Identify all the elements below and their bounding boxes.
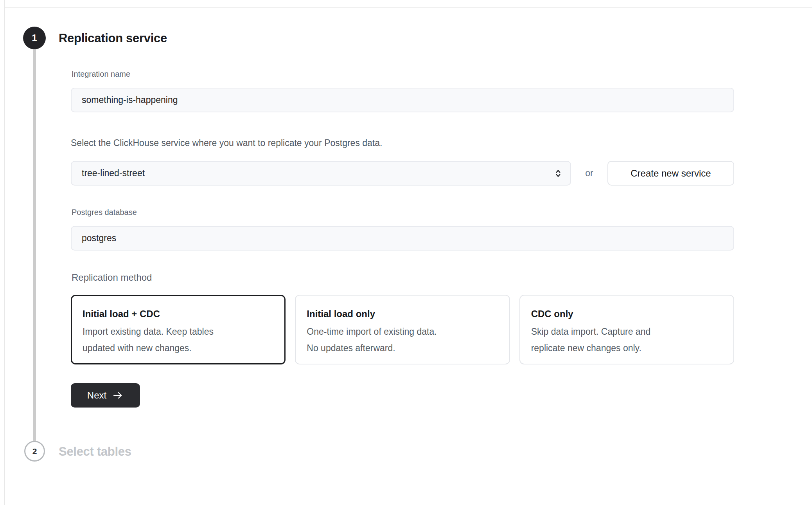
create-new-service-button[interactable]: Create new service (607, 161, 734, 186)
clickhouse-service-select[interactable]: tree-lined-street (71, 161, 571, 186)
step-connector-line (33, 49, 36, 441)
method-card-description: Import existing data. Keep tables update… (83, 323, 275, 356)
or-separator-label: or (571, 161, 607, 186)
next-button-label: Next (87, 390, 106, 401)
method-card-description: One-time import of existing data. No upd… (307, 323, 499, 356)
method-card-description-line: One-time import of existing data. (307, 323, 499, 340)
page-left-border (4, 0, 5, 505)
method-card-description-line: replicate new changes only. (531, 340, 723, 356)
service-help-text: Select the ClickHouse service where you … (71, 137, 382, 149)
replication-method-label: Replication method (72, 272, 152, 283)
method-card-initial-load-cdc[interactable]: Initial load + CDC Import existing data.… (71, 295, 286, 364)
clickhouse-service-select-value: tree-lined-street (82, 168, 145, 179)
method-card-description-line: Skip data import. Capture and (531, 323, 723, 340)
step-1-title: Replication service (59, 31, 167, 45)
method-card-title: CDC only (531, 308, 723, 319)
postgres-database-label: Postgres database (72, 208, 137, 217)
step-2-indicator: 2 (24, 441, 45, 462)
method-card-title: Initial load + CDC (83, 308, 275, 319)
integration-name-label: Integration name (72, 70, 130, 79)
step-2-number: 2 (32, 447, 37, 456)
method-card-description: Skip data import. Capture and replicate … (531, 323, 723, 356)
arrow-right-icon (112, 391, 124, 400)
postgres-database-input[interactable]: postgres (71, 226, 734, 251)
method-card-description-line: updated with new changes. (83, 340, 275, 356)
method-card-initial-load-only[interactable]: Initial load only One-time import of exi… (295, 295, 510, 364)
method-card-description-line: Import existing data. Keep tables (83, 323, 275, 340)
step-2-title: Select tables (59, 445, 131, 459)
integration-name-value: something-is-happening (82, 95, 178, 105)
replication-method-options: Initial load + CDC Import existing data.… (71, 295, 734, 364)
step-1-number: 1 (32, 32, 37, 43)
method-card-title: Initial load only (307, 308, 499, 319)
integration-name-input[interactable]: something-is-happening (71, 88, 734, 112)
step-1-indicator: 1 (23, 27, 46, 49)
next-button[interactable]: Next (71, 383, 140, 408)
method-card-cdc-only[interactable]: CDC only Skip data import. Capture and r… (519, 295, 734, 364)
page-top-border (4, 7, 812, 8)
postgres-database-value: postgres (82, 233, 116, 243)
method-card-description-line: No updates afterward. (307, 340, 499, 356)
chevron-updown-icon (553, 168, 563, 179)
